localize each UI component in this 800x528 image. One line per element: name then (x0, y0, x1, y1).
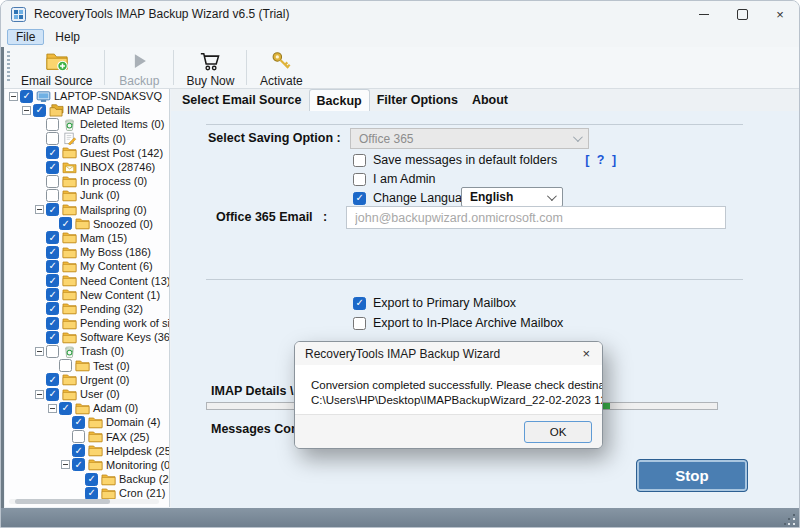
tree-checkbox[interactable] (72, 444, 85, 457)
tab-select-email-source[interactable]: Select Email Source (175, 90, 309, 111)
expander-icon (61, 418, 70, 427)
dialog-close-icon[interactable]: × (578, 346, 594, 361)
tree-item[interactable]: INBOX (28746) (5, 160, 169, 174)
expander-icon[interactable] (35, 205, 44, 214)
tree-checkbox[interactable] (59, 217, 72, 230)
tree-checkbox[interactable] (46, 132, 59, 145)
tree-checkbox[interactable] (46, 302, 59, 315)
tree-item[interactable]: Mailspring (0) (5, 203, 169, 217)
tree-checkbox[interactable] (46, 274, 59, 287)
resize-grip-icon[interactable] (784, 514, 796, 526)
activate-button[interactable]: Activate (251, 47, 311, 88)
tree-checkbox[interactable] (46, 246, 59, 259)
close-button[interactable]: × (761, 1, 799, 27)
tree-item[interactable]: Pending work of si (5, 316, 169, 330)
tree-checkbox[interactable] (59, 359, 72, 372)
maximize-button[interactable] (723, 1, 761, 27)
tab-about[interactable]: About (465, 90, 515, 111)
folder-icon (62, 373, 77, 386)
tree-item[interactable]: Guest Post (142) (5, 146, 169, 160)
tree-checkbox[interactable] (46, 203, 59, 216)
expander-icon[interactable] (48, 404, 57, 413)
tab-filter-options[interactable]: Filter Options (370, 90, 465, 111)
i-am-admin-checkbox[interactable] (353, 173, 366, 186)
tree-item[interactable]: Backup (25 (5, 472, 169, 486)
tree-item[interactable]: Monitoring (0) (5, 458, 169, 472)
tree-checkbox[interactable] (33, 104, 46, 117)
tree-item[interactable]: Helpdesk (25 (5, 444, 169, 458)
tree-item[interactable]: LAPTOP-SNDAKSVQ (5, 89, 169, 103)
tree-item[interactable]: My Content (6) (5, 259, 169, 273)
email-source-button[interactable]: Email Source (13, 47, 100, 88)
tree-item[interactable]: My Boss (186) (5, 245, 169, 259)
tree-checkbox[interactable] (46, 146, 59, 159)
tree-horizontal-scrollbar[interactable] (9, 499, 159, 504)
expander-icon[interactable] (35, 390, 44, 399)
tree-checkbox[interactable] (72, 430, 85, 443)
office365-email-input[interactable] (346, 206, 726, 229)
tree-checkbox[interactable] (46, 373, 59, 386)
tree-item[interactable]: New Content (1) (5, 288, 169, 302)
expander-icon[interactable] (9, 92, 18, 101)
export-archive-checkbox[interactable] (353, 317, 366, 330)
saving-option-dropdown[interactable]: Office 365 (350, 128, 589, 149)
dialog-title-bar[interactable]: RecoveryTools IMAP Backup Wizard × (295, 342, 602, 365)
language-dropdown[interactable]: English (461, 187, 563, 207)
expander-icon[interactable] (22, 106, 31, 115)
tree-checkbox[interactable] (72, 416, 85, 429)
tree-item[interactable]: User (0) (5, 387, 169, 401)
change-language-checkbox[interactable] (353, 192, 366, 205)
tree-item[interactable]: FAX (25) (5, 430, 169, 444)
menu-help[interactable]: Help (46, 29, 89, 45)
dialog-title: RecoveryTools IMAP Backup Wizard (305, 347, 578, 361)
tree-item[interactable]: Mam (15) (5, 231, 169, 245)
minimize-button[interactable] (685, 1, 723, 27)
folder-icon (62, 231, 77, 244)
stop-button[interactable]: Stop (636, 459, 748, 492)
tree-checkbox[interactable] (46, 189, 59, 202)
title-bar[interactable]: RecoveryTools IMAP Backup Wizard v6.5 (T… (1, 1, 799, 27)
toolbar-separator (173, 50, 174, 85)
save-default-folders-checkbox[interactable] (353, 154, 366, 167)
tree-checkbox[interactable] (59, 402, 72, 415)
tree-checkbox[interactable] (46, 231, 59, 244)
tab-backup[interactable]: Backup (309, 89, 370, 112)
tree-checkbox[interactable] (46, 161, 59, 174)
tree-item[interactable]: Trash (0) (5, 344, 169, 358)
ok-button[interactable]: OK (524, 421, 592, 443)
tree-item[interactable]: Pending (32) (5, 302, 169, 316)
tree-checkbox[interactable] (46, 288, 59, 301)
tree-checkbox[interactable] (85, 487, 98, 500)
expander-icon[interactable] (35, 347, 44, 356)
tree-checkbox[interactable] (20, 90, 33, 103)
tree-checkbox[interactable] (46, 331, 59, 344)
tree-item[interactable]: Junk (0) (5, 188, 169, 202)
tree-item[interactable]: Software Keys (36) (5, 330, 169, 344)
export-primary-checkbox[interactable] (353, 297, 366, 310)
tree-item[interactable]: Urgent (0) (5, 373, 169, 387)
menu-file[interactable]: File (7, 29, 44, 45)
tree-checkbox[interactable] (46, 388, 59, 401)
tree-checkbox[interactable] (72, 458, 85, 471)
tree-item[interactable]: Domain (4) (5, 415, 169, 429)
chevron-down-icon (573, 132, 583, 142)
buy-now-button[interactable]: Buy Now (178, 47, 242, 88)
tree-checkbox[interactable] (46, 317, 59, 330)
scrollbar-thumb[interactable] (15, 499, 110, 504)
tree-checkbox[interactable] (46, 118, 59, 131)
tree-checkbox[interactable] (85, 473, 98, 486)
tree-item[interactable]: Adam (0) (5, 401, 169, 415)
tree-item[interactable]: Snoozed (0) (5, 217, 169, 231)
tree-item[interactable]: Deleted Items (0) (5, 117, 169, 131)
help-link[interactable]: [ ? ] (585, 153, 618, 167)
tree-item[interactable]: Need Content (13) (5, 273, 169, 287)
tree-item[interactable]: Drafts (0) (5, 132, 169, 146)
progress-chunk (603, 403, 610, 409)
tree-checkbox[interactable] (46, 260, 59, 273)
tree-item[interactable]: Test (0) (5, 359, 169, 373)
expander-icon[interactable] (61, 460, 70, 469)
tree-checkbox[interactable] (46, 345, 59, 358)
tree-item[interactable]: IMAP Details (5, 103, 169, 117)
tree-item[interactable]: In process (0) (5, 174, 169, 188)
tree-checkbox[interactable] (46, 175, 59, 188)
